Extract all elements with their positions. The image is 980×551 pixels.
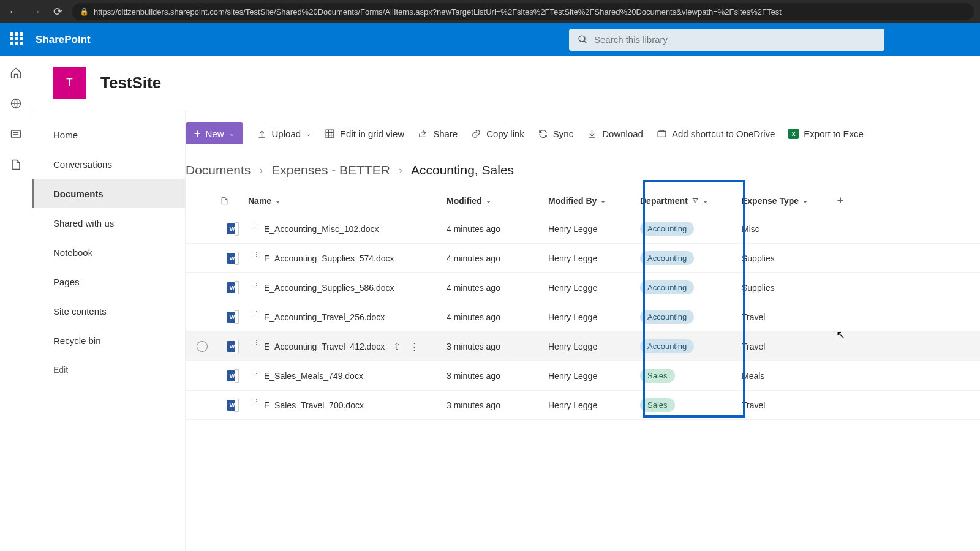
- svg-rect-11: [658, 131, 666, 137]
- home-icon[interactable]: [10, 67, 22, 79]
- department-pill[interactable]: Sales: [640, 369, 675, 383]
- department-pill[interactable]: Accounting: [640, 310, 694, 324]
- table-row[interactable]: W⋮⋮E_Accounting_Misc_102.docx4 minutes a…: [186, 214, 980, 244]
- search-input[interactable]: [594, 34, 876, 45]
- sidebar-item-site-contents[interactable]: Site contents: [32, 296, 185, 326]
- expense-type-cell: Supplies: [742, 283, 831, 293]
- excel-icon: x: [788, 129, 799, 139]
- sidebar-item-conversations[interactable]: Conversations: [32, 149, 185, 179]
- table-row[interactable]: W⋮⋮E_Sales_Travel_700.docx3 minutes agoH…: [186, 391, 980, 420]
- reload-button[interactable]: ⟳: [50, 5, 65, 18]
- file-name[interactable]: E_Accounting_Supplies_586.docx: [264, 283, 394, 293]
- svg-line-1: [584, 41, 587, 43]
- download-button[interactable]: Download: [587, 129, 643, 139]
- file-name[interactable]: E_Accounting_Misc_102.docx: [264, 224, 379, 234]
- expense-type-cell: Travel: [742, 312, 831, 322]
- globe-icon[interactable]: [10, 97, 22, 110]
- column-department[interactable]: Department ⌄: [640, 196, 742, 206]
- modified-by-cell: Henry Legge: [548, 224, 640, 234]
- copy-link-button[interactable]: Copy link: [471, 129, 524, 139]
- department-pill[interactable]: Accounting: [640, 251, 694, 265]
- upload-button[interactable]: Upload ⌄: [257, 129, 312, 139]
- file-name[interactable]: E_Accounting_Travel_256.docx: [264, 312, 385, 322]
- department-pill[interactable]: Sales: [640, 398, 675, 412]
- more-icon[interactable]: ⋮: [410, 341, 419, 352]
- sidebar-item-home[interactable]: Home: [32, 120, 185, 149]
- word-icon: W: [227, 282, 238, 293]
- chevron-down-icon: ⌄: [486, 197, 491, 204]
- modified-by-cell: Henry Legge: [548, 283, 640, 293]
- modified-by-cell: Henry Legge: [548, 312, 640, 322]
- new-indicator-icon: ⋮⋮: [248, 222, 259, 228]
- file-name[interactable]: E_Accounting_Travel_412.docx: [264, 342, 385, 351]
- sync-button[interactable]: Sync: [538, 129, 573, 139]
- share-row-icon[interactable]: ⇧: [393, 341, 401, 352]
- file-name[interactable]: E_Sales_Travel_700.docx: [264, 400, 364, 410]
- chevron-down-icon: ⌄: [600, 197, 606, 204]
- sidebar-item-documents[interactable]: Documents: [32, 179, 185, 208]
- word-icon: W: [227, 341, 238, 352]
- column-modified[interactable]: Modified ⌄: [447, 196, 548, 206]
- column-expense-type[interactable]: Expense Type ⌄: [742, 196, 808, 206]
- plus-icon: +: [194, 127, 201, 140]
- department-pill[interactable]: Accounting: [640, 222, 694, 236]
- sidebar-item-pages[interactable]: Pages: [32, 267, 185, 296]
- site-logo[interactable]: T: [53, 67, 86, 99]
- share-button[interactable]: Share: [418, 129, 458, 139]
- table-row[interactable]: W⋮⋮E_Accounting_Supplies_586.docx4 minut…: [186, 273, 980, 302]
- sidebar-item-notebook[interactable]: Notebook: [32, 238, 185, 267]
- new-indicator-icon: ⋮⋮: [248, 310, 259, 317]
- sidebar-item-shared-with-us[interactable]: Shared with us: [32, 208, 185, 238]
- svg-rect-3: [12, 130, 21, 138]
- breadcrumb-current: Accounting, Sales: [411, 163, 514, 178]
- search-box[interactable]: [569, 29, 884, 51]
- chevron-down-icon: ⌄: [306, 130, 311, 138]
- file-icon: [220, 195, 229, 206]
- expense-type-cell: Travel: [742, 342, 831, 351]
- export-excel-button[interactable]: x Export to Exce: [788, 129, 864, 139]
- table-row[interactable]: W⋮⋮E_Accounting_Travel_412.docx⇧⋮3 minut…: [186, 332, 980, 361]
- add-column-button[interactable]: +: [831, 194, 850, 207]
- column-name[interactable]: Name ⌄: [248, 196, 281, 206]
- left-nav: HomeConversationsDocumentsShared with us…: [32, 110, 186, 551]
- forward-button[interactable]: →: [28, 6, 43, 18]
- search-icon: [578, 34, 588, 45]
- row-select-radio[interactable]: [197, 341, 208, 352]
- modified-cell: 4 minutes ago: [447, 224, 548, 234]
- expense-type-cell: Meals: [742, 371, 831, 381]
- link-icon: [471, 129, 481, 139]
- word-icon: W: [227, 253, 238, 264]
- upload-icon: [257, 129, 267, 139]
- word-icon: W: [227, 312, 238, 323]
- department-pill[interactable]: Accounting: [640, 280, 694, 294]
- address-bar[interactable]: 🔒 https://citizenbuilders.sharepoint.com…: [72, 3, 974, 20]
- column-modified-by[interactable]: Modified By ⌄: [548, 196, 640, 206]
- table-row[interactable]: W⋮⋮E_Accounting_Travel_256.docx4 minutes…: [186, 302, 980, 332]
- lock-icon: 🔒: [80, 7, 89, 16]
- department-pill[interactable]: Accounting: [640, 339, 694, 353]
- modified-by-cell: Henry Legge: [548, 371, 640, 381]
- sidebar-edit[interactable]: Edit: [32, 355, 185, 384]
- app-rail: [0, 56, 32, 551]
- chevron-down-icon: ⌄: [802, 197, 808, 204]
- app-launcher-icon[interactable]: [10, 32, 24, 47]
- svg-point-0: [579, 36, 585, 42]
- share-icon: [418, 129, 428, 139]
- add-shortcut-button[interactable]: Add shortcut to OneDrive: [657, 129, 775, 139]
- breadcrumb-documents[interactable]: Documents: [186, 163, 251, 178]
- back-button[interactable]: ←: [6, 6, 21, 18]
- table-row[interactable]: W⋮⋮E_Sales_Meals_749.docx3 minutes agoHe…: [186, 361, 980, 391]
- files-icon[interactable]: [10, 159, 22, 171]
- edit-grid-button[interactable]: Edit in grid view: [325, 129, 404, 139]
- news-icon[interactable]: [10, 128, 22, 140]
- breadcrumb-expenses[interactable]: Expenses - BETTER: [271, 163, 390, 178]
- new-indicator-icon: ⋮⋮: [248, 340, 259, 346]
- file-name[interactable]: E_Accounting_Supplies_574.docx: [264, 253, 394, 263]
- new-button[interactable]: + New ⌄: [186, 122, 243, 144]
- file-name[interactable]: E_Sales_Meals_749.docx: [264, 371, 363, 381]
- url-text: https://citizenbuilders.sharepoint.com/s…: [94, 7, 782, 17]
- sidebar-item-recycle-bin[interactable]: Recycle bin: [32, 326, 185, 355]
- brand-label: SharePoint: [36, 34, 91, 46]
- table-row[interactable]: W⋮⋮E_Accounting_Supplies_574.docx4 minut…: [186, 244, 980, 273]
- modified-cell: 3 minutes ago: [447, 400, 548, 410]
